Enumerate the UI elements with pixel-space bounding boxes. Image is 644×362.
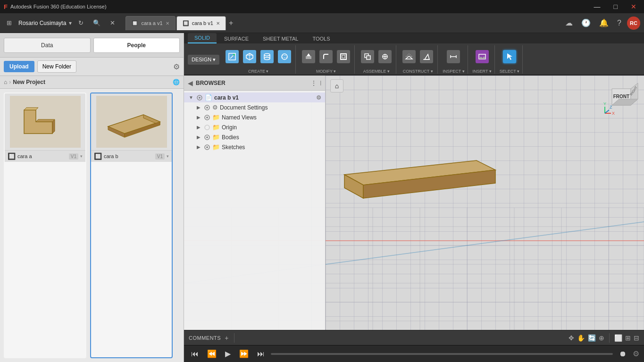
- tree-item-named-views[interactable]: ▶ 📁 Named Views: [184, 112, 325, 122]
- file-grid: 🔲 cara a V1 ▾: [0, 89, 184, 362]
- tree-settings-icon[interactable]: ⚙: [316, 94, 321, 101]
- environment-icon[interactable]: ⊟: [634, 334, 639, 342]
- design-dropdown-button[interactable]: DESIGN ▾: [188, 55, 219, 65]
- file-version-cara-a: V1: [69, 153, 78, 160]
- offset-plane-button[interactable]: [401, 49, 417, 65]
- file-version-chevron-cara-a[interactable]: ▾: [80, 154, 83, 159]
- tree-item-doc-settings[interactable]: ▶ ⚙ Document Settings: [184, 102, 325, 112]
- avatar-button[interactable]: RC: [627, 17, 640, 30]
- anim-play[interactable]: ▶: [223, 348, 233, 360]
- tree-vis-origin[interactable]: [204, 124, 210, 131]
- add-comment-icon[interactable]: +: [225, 334, 228, 342]
- tree-item-root[interactable]: ▼ 📄 cara b v1 ⚙: [184, 93, 325, 102]
- angle-plane-button[interactable]: [418, 49, 435, 65]
- create-sphere-button[interactable]: [276, 49, 293, 65]
- tree-vis-root[interactable]: [196, 94, 203, 101]
- browser-pin-button[interactable]: |: [320, 80, 321, 85]
- toolbar-tab-surface[interactable]: SURFACE: [217, 34, 255, 43]
- new-component-button[interactable]: [360, 49, 376, 65]
- view-cube[interactable]: FRONT RIGHT X Y Z: [602, 79, 640, 117]
- tree-expand-bodies[interactable]: ▶: [195, 134, 202, 141]
- tree-folder-icon-sketches: 📁: [212, 143, 220, 151]
- create-cylinder-button[interactable]: [259, 49, 275, 65]
- file-card-cara-a[interactable]: 🔲 cara a V1 ▾: [4, 93, 86, 358]
- toolbar-tab-sheet-metal[interactable]: SHEET METAL: [256, 34, 305, 43]
- assemble-tools: [360, 45, 393, 68]
- joint-button[interactable]: [377, 49, 393, 65]
- press-pull-button[interactable]: [301, 49, 317, 65]
- shell-button[interactable]: [335, 49, 351, 65]
- user-dropdown-icon[interactable]: ▾: [69, 20, 72, 26]
- data-tab[interactable]: Data: [4, 38, 91, 53]
- anim-frame-forward[interactable]: ⏩: [237, 348, 251, 360]
- new-folder-button[interactable]: New Folder: [37, 60, 76, 73]
- tree-item-origin[interactable]: ▶ 📁 Origin: [184, 122, 325, 132]
- create-box-button[interactable]: [242, 49, 258, 65]
- modify-label: MODIFY ▾: [316, 68, 336, 74]
- fillet-button[interactable]: [318, 49, 334, 65]
- home-view-button[interactable]: ⌂: [330, 79, 343, 93]
- nav-right: ☁ 🕐 🔔 ? RC: [562, 17, 640, 30]
- settings-icon[interactable]: ⚙: [173, 62, 180, 71]
- close-button[interactable]: ✕: [627, 2, 640, 11]
- anim-record-icon[interactable]: ⏺: [617, 348, 629, 360]
- tree-expand-named[interactable]: ▶: [195, 114, 202, 121]
- tree-vis-sketches[interactable]: [204, 144, 210, 151]
- refresh-button[interactable]: ↻: [75, 17, 86, 28]
- cloud-status-button[interactable]: ☁: [562, 17, 576, 29]
- apps-grid-button[interactable]: ⊞: [4, 17, 15, 28]
- clock-button[interactable]: 🕐: [578, 17, 594, 29]
- app-icon: F: [4, 3, 8, 10]
- tree-expand-doc[interactable]: ▶: [195, 104, 202, 111]
- file-version-chevron-cara-b[interactable]: ▾: [167, 154, 169, 159]
- viewport[interactable]: ◀ BROWSER ⋮ | ▼ 📄 cara b v1 ⚙: [184, 76, 644, 330]
- orbit-icon[interactable]: 🔄: [588, 334, 596, 342]
- browser-menu-button[interactable]: ⋮: [310, 79, 317, 87]
- tab-cara-a-close[interactable]: ✕: [166, 21, 169, 26]
- anim-frame-end[interactable]: ⏭: [255, 348, 267, 360]
- anim-frame-start[interactable]: ⏮: [189, 348, 201, 360]
- insert-image-button[interactable]: [474, 49, 490, 65]
- people-tab[interactable]: People: [93, 38, 180, 53]
- tab-cara-b[interactable]: 🔲 cara b v1 ✕: [176, 16, 226, 30]
- close-panel-button[interactable]: ✕: [107, 17, 118, 28]
- anim-progress-bar[interactable]: [271, 353, 613, 355]
- tab-cara-b-close[interactable]: ✕: [216, 21, 220, 26]
- notification-button[interactable]: 🔔: [596, 17, 611, 29]
- home-icon[interactable]: ⌂: [4, 79, 7, 85]
- create-sketch-button[interactable]: [224, 49, 240, 65]
- display-mode-icon[interactable]: ⬜: [614, 334, 622, 342]
- tree-vis-bodies[interactable]: [204, 134, 210, 141]
- help-button[interactable]: ?: [614, 17, 624, 29]
- toolbar-section-insert: INSERT ▾: [470, 45, 495, 74]
- search-button[interactable]: 🔍: [90, 17, 103, 28]
- pan-icon[interactable]: ✋: [577, 334, 585, 342]
- tree-item-sketches[interactable]: ▶ 📁 Sketches: [184, 142, 325, 152]
- tab-cara-a[interactable]: 🔲 cara a v1 ✕: [125, 16, 175, 30]
- measure-button[interactable]: [445, 49, 461, 65]
- move-icon[interactable]: ✥: [569, 334, 574, 342]
- tree-expand-origin[interactable]: ▶: [195, 124, 202, 131]
- browser-tree: ▼ 📄 cara b v1 ⚙ ▶ ⚙: [184, 91, 325, 330]
- browser-collapse-icon[interactable]: ◀: [188, 79, 193, 87]
- anim-frame-back[interactable]: ⏪: [205, 348, 219, 360]
- tree-item-bodies[interactable]: ▶ 📁 Bodies: [184, 132, 325, 142]
- toolbar-tab-tools[interactable]: TOOLS: [306, 34, 336, 43]
- select-button[interactable]: [502, 49, 518, 65]
- zoom-fit-icon[interactable]: ⊕: [599, 334, 604, 342]
- minimize-button[interactable]: —: [590, 2, 604, 11]
- tree-expand-sketches[interactable]: ▶: [195, 144, 202, 151]
- upload-button[interactable]: Upload: [4, 61, 34, 72]
- toolbar-tab-solid[interactable]: SOLID: [188, 33, 217, 43]
- file-card-cara-b[interactable]: 🔲 cara b V1 ▾: [90, 93, 173, 358]
- tree-vis-named[interactable]: [204, 114, 210, 121]
- tree-expand-root[interactable]: ▼: [188, 94, 194, 101]
- globe-icon[interactable]: 🌐: [173, 79, 180, 85]
- tree-vis-doc[interactable]: [204, 104, 210, 111]
- anim-settings-gear[interactable]: ⚙: [633, 349, 639, 358]
- app-title: Autodesk Fusion 360 (Education License): [10, 4, 107, 9]
- grid-icon[interactable]: ⊞: [625, 334, 631, 342]
- add-tab-button[interactable]: +: [227, 17, 235, 29]
- maximize-button[interactable]: □: [610, 2, 621, 11]
- project-header: ⌂ › New Project 🌐: [0, 76, 184, 89]
